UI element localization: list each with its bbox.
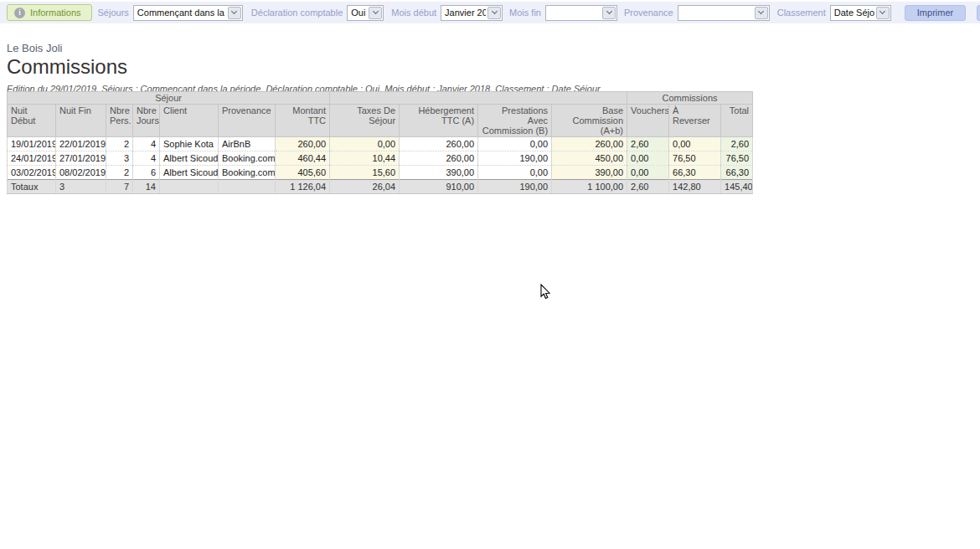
totals-cell: 190,00 — [478, 180, 552, 194]
filter-provenance-label: Provenance — [624, 8, 673, 18]
table-row: 03/02/201908/02/201926Albert SicoudBooki… — [8, 166, 753, 180]
telecharger-button[interactable]: Télécharger — [977, 5, 980, 21]
toolbar: Informations Séjours Commençant dans la … — [0, 2, 980, 23]
provenance-select[interactable] — [678, 5, 770, 21]
cell: 0,00 — [669, 137, 721, 151]
column-header: Provenance — [219, 105, 276, 137]
mois-fin-select[interactable] — [545, 5, 617, 21]
cell: 4 — [133, 151, 160, 166]
column-header: Nuit Début — [8, 105, 56, 137]
cell: 2,60 — [721, 137, 753, 151]
commissions-table: SéjourCommissionsNuit DébutNuit FinNbre … — [7, 91, 753, 194]
totals-cell: 142,80 — [669, 180, 721, 194]
filter-sejours-label: Séjours — [98, 8, 129, 18]
cell: 03/02/2019 — [8, 166, 56, 180]
imprimer-button[interactable]: Imprimer — [905, 5, 966, 21]
chevron-down-icon[interactable] — [602, 7, 616, 19]
cell: 260,00 — [276, 137, 330, 151]
totals-row: Totaux37141 126,0426,04910,00190,001 100… — [8, 180, 753, 194]
cell: 08/02/2019 — [56, 166, 106, 180]
cell: Booking.com — [219, 166, 276, 180]
cell: Albert Sicoud — [160, 151, 219, 166]
column-header: Nbre Jours — [133, 105, 160, 137]
totals-cell: 26,04 — [330, 180, 400, 194]
group-header-row: SéjourCommissions — [8, 92, 753, 105]
chevron-down-icon[interactable] — [876, 7, 890, 19]
cell: 260,00 — [552, 137, 627, 151]
column-header: Client — [160, 105, 219, 137]
mouse-cursor — [540, 284, 551, 304]
table-head: SéjourCommissionsNuit DébutNuit FinNbre … — [8, 92, 753, 137]
filter-declaration-comptable: Déclaration comptable Oui — [251, 5, 384, 21]
declaration-comptable-select[interactable]: Oui — [347, 5, 384, 21]
commissions-table-wrapper: SéjourCommissionsNuit DébutNuit FinNbre … — [7, 91, 753, 194]
column-header: Nbre Pers. — [106, 105, 133, 137]
cell: 6 — [133, 166, 160, 180]
totals-cell — [160, 180, 219, 194]
column-header: Hébergement TTC (A) — [400, 105, 478, 137]
cell: 76,50 — [721, 151, 753, 166]
totals-cell: 14 — [133, 180, 160, 194]
filter-declaration-label: Déclaration comptable — [251, 8, 343, 18]
chevron-down-icon[interactable] — [228, 7, 241, 19]
cell: Albert Sicoud — [160, 166, 219, 180]
cell: 4 — [133, 137, 160, 151]
chevron-down-icon[interactable] — [369, 7, 382, 19]
cell: 450,00 — [552, 151, 627, 166]
mois-debut-select[interactable]: Janvier 2018 — [441, 5, 503, 21]
cell: 0,00 — [627, 151, 669, 166]
column-header-row: Nuit DébutNuit FinNbre Pers.Nbre JoursCl… — [8, 105, 753, 137]
cell: 2,60 — [627, 137, 669, 151]
totals-cell: 1 126,04 — [276, 180, 330, 194]
totals-cell — [219, 180, 276, 194]
filter-mois-debut: Mois début Janvier 2018 — [391, 5, 503, 21]
cell: 24/01/2019 — [8, 151, 56, 166]
filter-mois-fin: Mois fin — [509, 5, 617, 21]
table-row: 19/01/201922/01/201924Sophie KotaAirBnB2… — [8, 137, 753, 151]
table-body: 19/01/201922/01/201924Sophie KotaAirBnB2… — [8, 137, 753, 194]
column-header: Taxes De Séjour — [330, 105, 400, 137]
group-header-cell: Séjour — [8, 92, 330, 105]
chevron-down-icon[interactable] — [755, 7, 768, 19]
cell: 19/01/2019 — [8, 137, 56, 151]
cell: 405,60 — [276, 166, 330, 180]
cell: 2 — [106, 137, 133, 151]
filter-sejours: Séjours Commençant dans la période — [98, 5, 243, 21]
totals-cell: Totaux — [8, 180, 56, 194]
cell: 460,44 — [276, 151, 330, 166]
cell: 10,44 — [330, 151, 400, 166]
informations-button[interactable]: Informations — [7, 4, 92, 21]
sejours-select[interactable]: Commençant dans la période — [133, 5, 243, 21]
table-row: 24/01/201927/01/201934Albert SicoudBooki… — [8, 151, 753, 166]
cell: 0,00 — [478, 137, 552, 151]
totals-cell: 1 100,00 — [552, 180, 627, 194]
cell: 0,00 — [330, 137, 400, 151]
establishment-name: Le Bois Joli — [7, 42, 601, 54]
cell: AirBnB — [219, 137, 276, 151]
informations-label: Informations — [30, 8, 81, 18]
totals-cell: 145,40 — [721, 180, 753, 194]
column-header: Vouchers — [627, 105, 669, 137]
cell: 22/01/2019 — [56, 137, 106, 151]
cell: 15,60 — [330, 166, 400, 180]
declaration-select-value: Oui — [351, 8, 367, 18]
group-header-cell — [330, 92, 627, 105]
sejours-select-value: Commençant dans la période — [137, 8, 226, 18]
filter-mois-debut-label: Mois début — [391, 8, 436, 18]
cell: 0,00 — [478, 166, 552, 180]
totals-cell: 7 — [106, 180, 133, 194]
cell: 66,30 — [669, 166, 721, 180]
cell: Booking.com — [219, 151, 276, 166]
classement-select-value: Date Séjour — [834, 8, 874, 18]
cell: 260,00 — [400, 137, 478, 151]
column-header: Montant TTC — [276, 105, 330, 137]
filter-classement-label: Classement — [777, 8, 826, 18]
cell: 76,50 — [669, 151, 721, 166]
chevron-down-icon[interactable] — [487, 7, 501, 19]
classement-select[interactable]: Date Séjour — [830, 5, 891, 21]
totals-cell: 2,60 — [627, 180, 669, 194]
totals-cell: 910,00 — [400, 180, 478, 194]
filter-provenance: Provenance — [624, 5, 770, 21]
column-header: Nuit Fin — [56, 105, 106, 137]
cell: 3 — [106, 151, 133, 166]
